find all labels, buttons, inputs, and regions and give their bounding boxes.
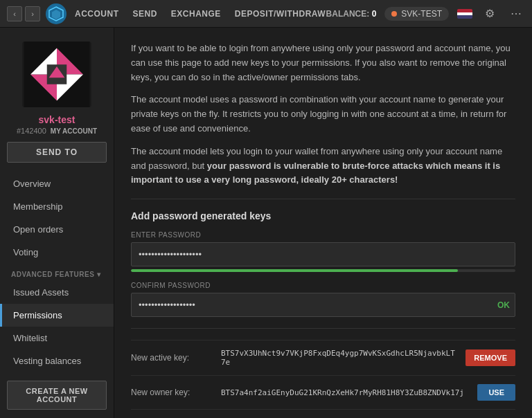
back-button[interactable]: ‹: [7, 6, 22, 21]
password-label: ENTER PASSWORD: [131, 231, 515, 239]
send-to-button[interactable]: SEND TO: [7, 142, 107, 163]
sidebar-item-issued-assets[interactable]: Issued Assets: [0, 281, 114, 304]
sidebar-item-voting[interactable]: Voting: [0, 241, 114, 264]
divider-2: [131, 328, 515, 329]
avatar: [22, 42, 91, 107]
key-row-active: New active key: BTS7vX3UhNct9v7VKjP8FxqD…: [131, 340, 515, 375]
section-title: Add password generated keys: [131, 210, 515, 221]
top-navbar: ‹ › ACCOUNT SEND EXCHANGE DEPOSIT/WITHDR…: [0, 0, 532, 28]
sidebar-item-permissions[interactable]: Permissions: [0, 304, 114, 327]
nav-links: ACCOUNT SEND EXCHANGE DEPOSIT/WITHDRAW: [75, 6, 326, 21]
paragraph-1: If you want to be able to login from any…: [131, 42, 515, 84]
confirm-label: CONFIRM PASSWORD: [131, 282, 515, 289]
confirm-input[interactable]: [131, 293, 515, 317]
sidebar: svk-test #142400 MY ACCOUNT SEND TO Over…: [0, 28, 114, 418]
password-input-wrap: [131, 242, 515, 266]
language-flag[interactable]: [457, 9, 472, 19]
balance-label: BALANCE: 0: [326, 9, 377, 19]
nav-account[interactable]: ACCOUNT: [75, 6, 119, 21]
divider-1: [131, 199, 515, 199]
create-account-button[interactable]: CREATE A NEW ACCOUNT: [7, 381, 107, 410]
paragraph-3: The account model lets you login to your…: [131, 145, 515, 188]
strength-bar: [131, 269, 515, 272]
sidebar-item-open-orders[interactable]: Open orders: [0, 218, 114, 241]
password-input[interactable]: [131, 242, 515, 266]
settings-icon[interactable]: ⚙: [481, 5, 499, 23]
nav-send[interactable]: SEND: [133, 6, 157, 21]
key-row-memo: New memo key: BTS6N2mbLuvV5Vo8bL31QSaWje…: [131, 409, 515, 418]
nav-exchange[interactable]: EXCHANGE: [171, 6, 221, 21]
nav-right: BALANCE: 0 SVK-TEST ⚙ ⋯: [326, 5, 525, 23]
key-row-owner: New owner key: BTS7a4nf2aiGEnyDuG21KRnQz…: [131, 375, 515, 409]
active-key-value: BTS7vX3UhNct9v7VKjP8FxqDEq4ygp7WvKSxGdhc…: [221, 349, 459, 367]
sidebar-item-whitelist[interactable]: Whitelist: [0, 327, 114, 349]
sidebar-item-membership[interactable]: Membership: [0, 195, 114, 218]
balance-value: 0: [372, 9, 377, 19]
sidebar-username: svk-test: [0, 114, 114, 125]
confirm-input-wrap: OK: [131, 293, 515, 317]
my-account-link[interactable]: MY ACCOUNT: [51, 127, 97, 135]
main-area: svk-test #142400 MY ACCOUNT SEND TO Over…: [0, 28, 532, 418]
owner-key-label: New owner key:: [131, 388, 214, 397]
owner-key-value: BTS7a4nf2aiGEnyDuG21KRnQzXeHk7rMyRH81H8Y…: [221, 388, 470, 397]
username-label: SVK-TEST: [401, 9, 442, 19]
active-key-label: New active key:: [131, 353, 214, 363]
remove-active-key-button[interactable]: REMOVE: [466, 349, 515, 366]
user-pill[interactable]: SVK-TEST: [384, 7, 449, 21]
sidebar-account-row: #142400 MY ACCOUNT: [0, 127, 114, 135]
more-icon[interactable]: ⋯: [507, 5, 525, 23]
nav-arrows: ‹ ›: [7, 6, 40, 21]
sidebar-bottom: CREATE A NEW ACCOUNT: [0, 372, 114, 418]
paragraph-2: The account model uses a password in com…: [131, 93, 515, 136]
sidebar-item-overview[interactable]: Overview: [0, 172, 114, 195]
logo: [46, 3, 66, 24]
nav-deposit[interactable]: DEPOSIT/WITHDRAW: [235, 6, 326, 21]
advanced-features-header: ADVANCED FEATURES ▾: [0, 264, 114, 281]
forward-button[interactable]: ›: [25, 6, 40, 21]
use-owner-key-button[interactable]: USE: [477, 384, 515, 401]
content-area: If you want to be able to login from any…: [114, 28, 532, 418]
sidebar-account-id: #142400: [17, 127, 46, 135]
strength-fill: [131, 269, 458, 272]
user-status-dot: [391, 11, 397, 17]
ok-badge: OK: [497, 300, 510, 310]
sidebar-item-vesting-balances[interactable]: Vesting balances: [0, 349, 114, 372]
